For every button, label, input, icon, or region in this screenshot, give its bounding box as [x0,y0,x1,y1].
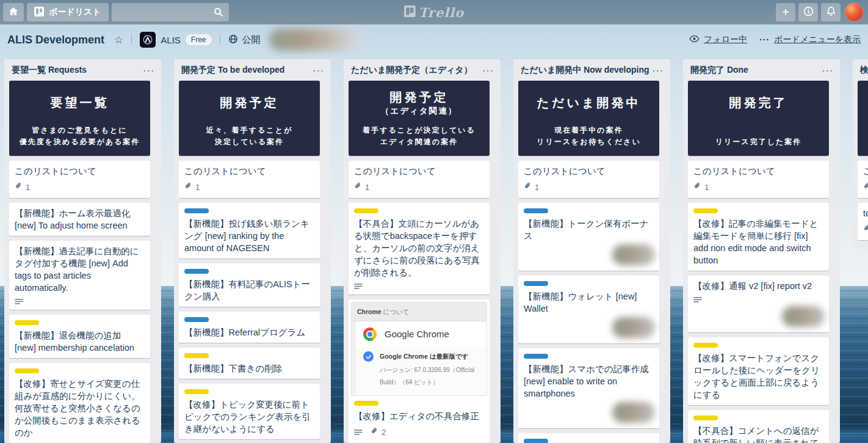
notifications-button[interactable] [821,3,841,21]
chrome-logo-icon [363,328,377,341]
description-icon [354,429,363,436]
paperclip-icon [524,181,532,194]
cover-caption-line: 皆さまのご意見をもとに [20,125,140,136]
card-title: このリストについて [693,165,823,177]
card-title: 【新機能】下書きの削除 [184,362,314,375]
list-title[interactable]: ただいま開発予定（エディタ） [351,65,472,76]
create-button[interactable]: + [776,3,795,21]
card-title: 【新機能】退会機能の追加 [new] membership cancelatio… [15,329,145,354]
card-label-yellow [693,343,718,348]
card[interactable]: このリストについて1 [349,161,490,198]
card-cover[interactable]: 開発予定（エディタ関連）着手することが決定しているエディタ関連の案件 [349,81,490,156]
cover-title: 要望一覧 [51,97,109,109]
card[interactable]: 【不具合】文頭にカーソルがある状態でbackspaceキーを押すと、カーソルの前… [349,203,490,295]
card[interactable]: Chrome についてGoogle ChromeGoogle Chrome は最… [349,299,490,443]
card[interactable]: 【改修】エディタ機能の改善 [518,433,659,443]
card-label-blue [184,208,209,213]
attachment-window-title: Chrome について [352,302,486,321]
list-title[interactable]: ただいま開発中 Now developing [521,65,649,76]
eye-icon [689,35,700,45]
follow-link[interactable]: フォロー中 [689,34,747,45]
bell-icon [826,6,836,18]
org-logo[interactable] [140,32,156,48]
board-menu-link[interactable]: ··· ボードメニューを表示 [759,34,861,45]
card-badges: 1 [863,224,868,236]
card[interactable]: 【改修】トピック変更後に前トピックでのランキング表示を引き継がないようにする [179,384,320,439]
list-title[interactable]: 開発予定 To be developed [181,65,284,76]
info-button[interactable] [798,3,818,21]
card[interactable]: 【不具合】コメントへの返信が時系列で新しい順に表示されていて見づらい [688,410,829,443]
list-menu-icon[interactable]: ··· [483,66,494,75]
card-members-blurred [612,244,655,265]
attachment-badge: 1 [863,224,868,236]
list-header: ただいま開発予定（エディタ）··· [349,59,501,81]
description-icon [693,296,702,304]
list-title[interactable]: 開発完了 Done [690,65,748,76]
card-title: このリストについて [354,165,484,177]
trello-board-page: { "ui": { "icons": { "plus": "+", "dots"… [0,0,868,443]
list-header: 検討中··· [858,59,868,81]
card-title: 【改修】トピック変更後に前トピックでのランキング表示を引き継がないようにする [184,398,314,435]
card-cover[interactable]: 開発予定近々、着手することが決定している案件 [179,81,320,156]
card[interactable]: 【新機能】退会機能の追加 [new] membership cancelatio… [9,315,150,358]
card[interactable]: to be considered1 [858,203,868,240]
card[interactable]: 【新機能】ホーム表示最適化 [new] To adjust home scree… [9,203,150,236]
card[interactable]: 【改修】記事の非編集モードと編集モードを簡単に移行 [fix] add non … [688,203,829,271]
list-menu-icon[interactable]: ··· [313,66,325,75]
card[interactable]: このリストについて1 [179,161,320,198]
cover-caption: 着手することが決定しているエディタ関連の案件 [363,125,476,148]
search-input[interactable] [112,3,229,21]
card[interactable]: 【新機能】トークン保有ボーナス [518,203,659,271]
list-menu-icon[interactable]: ··· [143,66,155,75]
divider [220,35,220,45]
user-avatar[interactable] [845,3,863,21]
card[interactable]: 【改修】スマートフォンでスクロールした後にヘッダーをクリックすると画面上部に戻る… [688,337,829,405]
card-title: 【新機能】Referralプログラム [184,326,314,339]
card[interactable]: 【改修】寄せとサイズ変更の仕組みが直感的に分かりにくい。何故寄せると突然小さくな… [9,363,150,443]
card-label-yellow [15,320,39,325]
card[interactable]: このリストについて1 [518,161,659,198]
paperclip-icon [371,427,378,439]
attachment-badge: 1 [184,181,200,194]
card-cover[interactable]: 開発完了リリース完了した案件 [688,81,829,156]
card[interactable]: このリストについて1 [858,161,868,198]
card[interactable]: 【新機能】Referralプログラム [179,312,320,343]
attachment-count: 2 [382,427,386,439]
attachment-status-line: Google Chrome は最新版です [380,350,479,362]
star-icon[interactable]: ☆ [114,34,123,46]
board-canvas: 要望一覧 Requests···要望一覧皆さまのご意見をもとに優先度を決める必要… [4,59,868,443]
card-cover[interactable] [858,81,868,156]
home-button[interactable] [3,3,24,21]
card-title: 【不具合】コメントへの返信が時系列で新しい順に表示されていて見づらい [693,425,823,443]
card[interactable]: 【新機能】有料記事のALISトークン購入 [179,263,320,307]
attachment-status-row: Google Chrome は最新版ですバージョン: 67.0.3396.99（… [356,347,486,395]
list-menu-icon[interactable]: ··· [822,66,834,75]
card[interactable]: 【新機能】ウォレット [new] Wallet [518,276,659,343]
boards-button-label: ボードリスト [49,7,101,18]
card[interactable]: 【新機能】下書きの削除 [179,348,320,379]
card[interactable]: 【新機能】過去記事に自動的にタグ付加する機能 [new] Add tags to… [9,241,150,310]
card-cover[interactable]: 要望一覧皆さまのご意見をもとに優先度を決める必要がある案件 [9,81,150,156]
attachment-count: 1 [704,181,709,194]
visibility-control[interactable]: 公開 [228,34,261,46]
paperclip-icon [693,181,701,194]
paperclip-icon [15,181,23,194]
list-title[interactable]: 要望一覧 Requests [12,65,87,76]
attachment-badge: 1 [15,181,30,194]
card[interactable]: 【新機能】投げ銭多い順ランキング [new] ranking by the am… [179,203,320,258]
search-box [112,3,229,21]
org-name[interactable]: ALIS [161,35,181,45]
card[interactable]: 【新機能】スマホでの記事作成 [new] enable to write on … [518,348,659,428]
card-cover[interactable]: ただいま開発中現在着手中の案件リリースをお待ちください [518,81,659,156]
cover-caption: 現在着手中の案件リリースをお待ちください [537,125,641,148]
boards-button[interactable]: ボードリスト [27,3,109,21]
globe-icon [228,34,238,46]
list-menu-icon[interactable]: ··· [653,66,664,75]
board-title[interactable]: ALIS Development [7,34,104,46]
card[interactable]: このリストについて1 [9,161,150,198]
plan-badge: Free [186,34,212,45]
card[interactable]: 【改修】通報 v2 [fix] report v2 [688,276,829,332]
card[interactable]: このリストについて1 [688,161,829,198]
list-title[interactable]: 検討中 [860,65,868,76]
cover-caption: 皆さまのご意見をもとに優先度を決める必要がある案件 [20,125,140,148]
